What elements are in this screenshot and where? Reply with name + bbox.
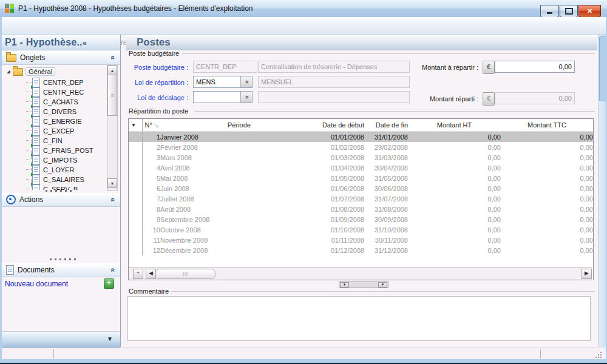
tree-item[interactable]: C_SERV_B [26, 184, 78, 190]
tree-item[interactable]: C_ENERGIE [26, 116, 82, 126]
maximize-icon [565, 8, 573, 15]
tree-item[interactable]: C_ACHATS [26, 97, 78, 107]
tree-item[interactable]: C_FRAIS_POST [26, 146, 93, 155]
scroll-right-icon[interactable]: ▶ [582, 269, 592, 279]
tree-item[interactable]: CENTR_REC [26, 87, 84, 97]
poste-doc-icon [32, 155, 40, 165]
scroll-up-icon[interactable]: ▲ [107, 66, 117, 75]
loi-repartition-combo[interactable]: MENS « [193, 76, 253, 88]
table-row[interactable]: 8Août 200801/08/200831/08/20080,000,00 [129, 204, 593, 214]
loi-decalage-label: Loi de décalage : [131, 94, 188, 101]
poste-doc-icon [32, 136, 40, 146]
application-window: P1 - Hypothèse 2008 - Hypothèses budgéta… [0, 0, 607, 364]
loi-repartition-desc-field: MENSUEL [258, 76, 410, 88]
combo-dropdown-button[interactable]: « [240, 76, 252, 87]
tree-item[interactable]: C_DIVERS [26, 107, 76, 116]
chevron-double-down-icon: « [241, 80, 252, 84]
col-header-debut[interactable]: Date de début [318, 119, 364, 132]
combo-dropdown-button[interactable]: « [240, 92, 252, 103]
panel-header-actions[interactable]: Actions « [2, 193, 120, 207]
loi-repartition-label: Loi de répartition : [131, 79, 188, 86]
tree-item[interactable]: CENTR_DEP [26, 78, 84, 87]
poste-code-field: CENTR_DEP [193, 61, 257, 73]
col-header-ht[interactable]: Montant HT [408, 119, 501, 132]
poste-doc-icon [32, 78, 40, 87]
montant-reparti-label: Montant réparti : [421, 95, 478, 103]
sort-icon: ↘ [154, 123, 159, 129]
splitter-handle[interactable] [50, 258, 78, 260]
loi-decalage-desc-field [258, 91, 410, 103]
group-legend-poste: Poste budgétaire [129, 50, 181, 57]
poste-doc-icon [32, 184, 40, 190]
table-row[interactable]: 5Mai 200801/05/200831/05/20080,000,00 [129, 173, 593, 183]
new-document-link[interactable]: Nouveau document [5, 280, 68, 288]
app-icon [5, 4, 15, 13]
poste-budgetaire-label: Poste budgétaire : [131, 64, 188, 71]
page-title: Postes [126, 36, 171, 48]
table-row[interactable]: 9Septembre 200801/09/200830/09/20080,000… [129, 214, 593, 224]
add-document-button[interactable]: + [104, 278, 114, 289]
table-row[interactable]: 11Novembre 200801/11/200830/11/20080,000… [129, 235, 593, 245]
tree-item[interactable]: C_IMPOTS [26, 155, 77, 165]
main-header: Postes [126, 35, 597, 50]
actions-panel-label: Actions [19, 195, 111, 204]
panel-header-onglets[interactable]: Onglets « [2, 51, 120, 65]
add-row-button[interactable]: + [133, 269, 143, 279]
grid-horizontal-scrollbar[interactable]: + ◀ ||| ▶ [129, 267, 592, 280]
euro-button[interactable]: € [483, 61, 495, 74]
table-row[interactable]: 3Mars 200801/03/200831/03/20080,000,00 [129, 152, 593, 163]
repartition-grid: ▼ N° ↘ Période Date de début Date de fin… [128, 118, 594, 280]
sidebar-title-bar: P1 - Hypothèse..« [2, 35, 120, 50]
montant-a-repartir-input[interactable]: 0,00 [495, 61, 575, 73]
comment-input[interactable] [127, 296, 591, 341]
tree-scrollbar[interactable]: ▲ ≡ ▼ [107, 65, 118, 191]
tree-item[interactable]: C_FIN [26, 136, 63, 146]
tree-node-general[interactable]: Général [2, 67, 55, 76]
tree-expander-icon[interactable] [7, 70, 10, 73]
montant-a-repartir-label: Montant à répartir : [421, 64, 478, 71]
poste-doc-icon [32, 146, 40, 155]
onglets-tree: Général CENTR_DEP CENTR_REC C_ACHATS C_D… [2, 64, 120, 190]
splitter-collapse-button[interactable]: ▼ [340, 282, 349, 288]
tree-item[interactable]: C_EXCEP [26, 126, 74, 136]
tree-node-label: Général [25, 67, 55, 76]
table-row[interactable]: 7Juillet 200801/07/200831/07/20080,000,0… [129, 194, 593, 204]
chevron-double-down-icon: « [241, 95, 252, 99]
table-row[interactable]: 4Avril 200801/04/200830/04/20080,000,00 [129, 163, 593, 173]
close-button[interactable]: ✕ [578, 5, 601, 18]
row-selector-dropdown-icon[interactable]: ▼ [129, 123, 142, 128]
close-icon: ✕ [587, 7, 592, 15]
table-row[interactable]: 1Janvier 200801/01/200831/01/20080,000,0… [129, 132, 593, 143]
minimize-button[interactable] [540, 5, 559, 18]
splitter-handle[interactable] [46, 190, 73, 192]
documents-panel-icon [6, 265, 14, 275]
hscroll-thumb[interactable]: ||| [155, 269, 215, 279]
col-header-periode[interactable]: Période [160, 119, 318, 132]
col-header-ttc[interactable]: Montant TTC [501, 119, 593, 132]
panel-header-documents[interactable]: Documents « [2, 263, 120, 277]
table-row[interactable]: 12Décembre 200801/12/200831/12/20080,000… [129, 245, 593, 255]
folder-icon [6, 54, 16, 62]
maximize-button[interactable] [560, 5, 578, 18]
poste-doc-icon [32, 107, 40, 116]
table-row[interactable]: 2Février 200801/02/200829/02/20080,000,0… [129, 142, 593, 152]
table-row[interactable]: 6Juin 200801/06/200830/06/20080,000,00 [129, 183, 593, 194]
resize-grip[interactable] [594, 351, 602, 358]
col-header-fin[interactable]: Date de fin [364, 119, 408, 132]
col-header-n[interactable]: N° ↘ [142, 119, 160, 132]
splitter-collapse-button[interactable]: ▼ [378, 282, 387, 288]
tree-scrollbar-thumb[interactable]: ≡ [107, 75, 117, 116]
tree-item[interactable]: C_SALAIRES [26, 175, 84, 184]
tree-item[interactable]: C_LOYER [26, 165, 74, 175]
documents-panel-label: Documents [18, 266, 111, 274]
main-vertical-scrollbar[interactable] [598, 35, 606, 347]
table-row[interactable]: 10Octobre 200801/10/200831/10/20080,000,… [129, 224, 593, 235]
loi-decalage-combo[interactable]: « [193, 91, 253, 103]
sidebar-footer-bar[interactable]: ▼ [2, 331, 120, 348]
horizontal-splitter[interactable]: ▼ ▼ [339, 281, 388, 288]
collapse-chevron-icon: « [109, 56, 118, 60]
sidebar-collapse-icon[interactable]: « [83, 35, 87, 50]
folder-open-icon [13, 68, 23, 76]
scroll-left-icon[interactable]: ◀ [146, 269, 156, 279]
scroll-down-icon[interactable]: ▼ [107, 178, 117, 188]
